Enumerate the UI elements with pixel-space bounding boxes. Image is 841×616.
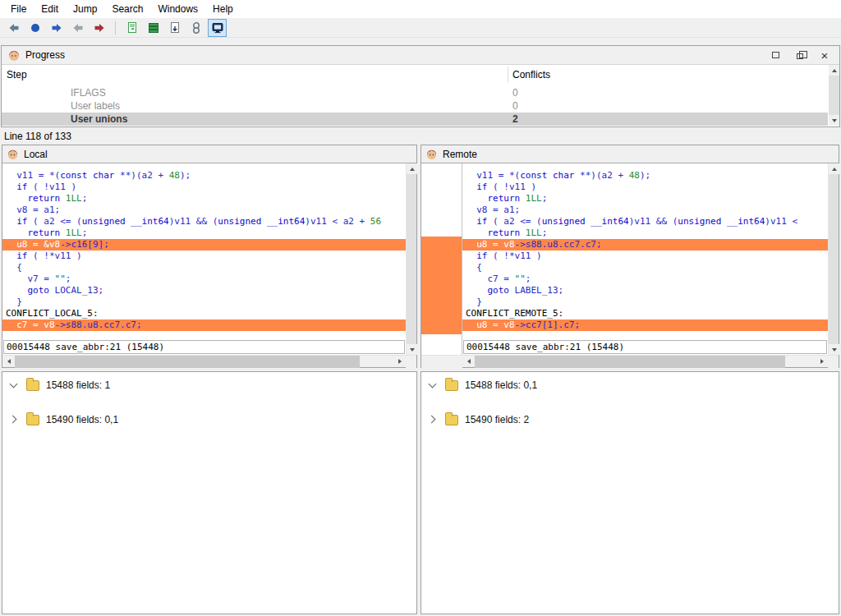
code-line[interactable]: if ( !v11 ) [466, 182, 828, 193]
float-button[interactable] [794, 49, 806, 61]
code-line[interactable]: if ( a2 <= (unsigned __int64)v11 && (uns… [466, 216, 828, 228]
code-line[interactable]: { [6, 262, 406, 274]
close-button[interactable]: × [819, 49, 830, 61]
code-line[interactable]: return 1LL; [6, 228, 406, 239]
tree-item-15488-fields-0-1[interactable]: 15488 fields: 0,1 [421, 377, 839, 393]
diff-doc-button[interactable] [122, 19, 141, 37]
scroll-up-arrow-icon[interactable] [829, 163, 839, 174]
code-token: goto [6, 285, 49, 296]
code-token: if [6, 251, 28, 261]
code-token [520, 228, 526, 238]
code-line[interactable]: if ( !*v11 ) [6, 251, 406, 262]
table-scrollbar[interactable] [829, 65, 839, 126]
stop-button[interactable] [25, 19, 44, 37]
code-line[interactable]: CONFLICT_REMOTE_5: [466, 308, 828, 319]
code-line[interactable]: goto LABEL_13; [466, 285, 828, 297]
scroll-track[interactable] [407, 174, 416, 344]
menu-item-file[interactable]: File [3, 0, 34, 18]
scroll-track[interactable] [475, 356, 816, 368]
maximize-button[interactable] [770, 49, 781, 61]
menu-item-search[interactable]: Search [104, 0, 150, 18]
menu-item-edit[interactable]: Edit [34, 0, 66, 18]
menu-item-windows[interactable]: Windows [150, 0, 205, 18]
scroll-thumb[interactable] [829, 174, 839, 344]
conflict-code-line[interactable]: u8 = v8->cc7[1].c7; [462, 319, 828, 331]
jump-next-button[interactable] [90, 19, 108, 37]
scroll-down-arrow-icon[interactable] [407, 344, 417, 355]
code-token: if [6, 182, 28, 192]
code-line[interactable]: } [466, 297, 828, 308]
code-line[interactable]: if ( !*v11 ) [466, 251, 828, 262]
code-line[interactable]: return 1LL; [6, 193, 406, 205]
conflict-code-line[interactable]: u8 = &v8->c16[9]; [2, 239, 406, 251]
code-token: ->cc7[1].c7; [515, 319, 580, 330]
remote-hscrollbar[interactable] [421, 355, 839, 367]
code-line[interactable]: CONFLICT_LOCAL_5: [6, 308, 406, 319]
tree-item-15488-fields-1[interactable]: 15488 fields: 1 [2, 377, 416, 393]
scroll-thumb[interactable] [829, 76, 839, 115]
code-line[interactable]: if ( !v11 ) [6, 182, 406, 193]
code-token: c7 = v8 [6, 319, 55, 330]
scroll-down-arrow-icon[interactable] [829, 344, 839, 355]
chevron-right-icon[interactable] [10, 416, 18, 424]
conflict-code-line[interactable]: u8 = v8->s88.u8.cc7.c7; [462, 239, 828, 251]
code-token: ->s88.u8.cc7.c7; [515, 239, 602, 250]
monitor-view-button[interactable] [208, 19, 227, 37]
code-token: )v11 && ( [169, 216, 218, 227]
code-token: ( a2 <= ( [28, 216, 82, 227]
remote-vscrollbar[interactable] [828, 163, 839, 355]
scroll-track[interactable] [15, 356, 393, 368]
scroll-thumb[interactable] [407, 174, 416, 344]
code-line[interactable]: if ( a2 <= (unsigned __int64)v11 && (uns… [6, 216, 406, 228]
chevron-down-icon[interactable] [10, 381, 18, 389]
code-line[interactable]: goto LOCAL_13; [6, 285, 406, 297]
chevron-down-icon[interactable] [429, 381, 437, 389]
tree-item-15490-fields-0-1[interactable]: 15490 fields: 0,1 [2, 411, 416, 428]
scroll-down-arrow-icon[interactable] [829, 115, 839, 126]
code-line[interactable]: v8 = a1; [6, 205, 406, 216]
progress-row-user-labels[interactable]: User labels0 [2, 99, 828, 113]
scroll-thumb[interactable] [475, 356, 785, 368]
nav-back-button[interactable] [4, 19, 23, 37]
code-line[interactable]: v7 = ""; [6, 274, 406, 285]
folder-icon [26, 415, 39, 425]
chain-button[interactable] [186, 19, 205, 37]
code-line[interactable]: { [466, 262, 828, 274]
conflict-code-line[interactable]: c7 = v8->s88.u8.cc7.c7; [2, 319, 406, 331]
column-header-step[interactable]: Step [7, 69, 27, 80]
scroll-right-arrow-icon[interactable] [816, 356, 828, 368]
conflicts-cell: 0 [512, 99, 518, 113]
code-token: if [466, 216, 488, 227]
chevron-right-icon[interactable] [429, 416, 437, 424]
jump-prev-button[interactable] [68, 19, 87, 37]
code-line[interactable]: } [6, 297, 406, 308]
local-hscrollbar[interactable] [2, 355, 416, 367]
nav-forward-button[interactable] [47, 19, 66, 37]
code-line[interactable]: return 1LL; [466, 228, 828, 239]
diff-list-button[interactable] [144, 19, 163, 37]
code-line[interactable]: c7 = ""; [466, 274, 828, 285]
local-code: v11 = *(const char **)(a2 + 48); if ( !v… [2, 163, 406, 340]
remote-pane-header: Remote [421, 145, 839, 163]
local-vscrollbar[interactable] [406, 163, 416, 355]
code-line[interactable]: return 1LL; [466, 193, 828, 205]
scroll-track[interactable] [829, 174, 839, 344]
code-line[interactable]: v11 = *(const char **)(a2 + 48); [466, 170, 828, 182]
menu-item-help[interactable]: Help [205, 0, 241, 18]
scroll-track[interactable] [829, 76, 839, 115]
tree-item-15490-fields-2[interactable]: 15490 fields: 2 [421, 411, 839, 428]
scroll-left-arrow-icon[interactable] [462, 356, 475, 368]
scroll-left-arrow-icon[interactable] [2, 356, 15, 368]
code-line[interactable]: v11 = *(const char **)(a2 + 48); [6, 170, 406, 182]
menu-item-jump[interactable]: Jump [66, 0, 104, 18]
doc-export-button[interactable] [165, 19, 184, 37]
scroll-thumb[interactable] [15, 356, 360, 368]
column-header-conflicts[interactable]: Conflicts [512, 69, 550, 80]
scroll-up-arrow-icon[interactable] [829, 65, 839, 76]
progress-row-user-unions[interactable]: User unions2 [2, 113, 828, 126]
scroll-right-arrow-icon[interactable] [393, 356, 406, 368]
code-line[interactable]: v8 = a1; [466, 205, 828, 216]
progress-row-iflags[interactable]: IFLAGS0 [2, 86, 828, 99]
scroll-up-arrow-icon[interactable] [407, 163, 417, 174]
tree-item-label: 15490 fields: 2 [465, 414, 529, 425]
